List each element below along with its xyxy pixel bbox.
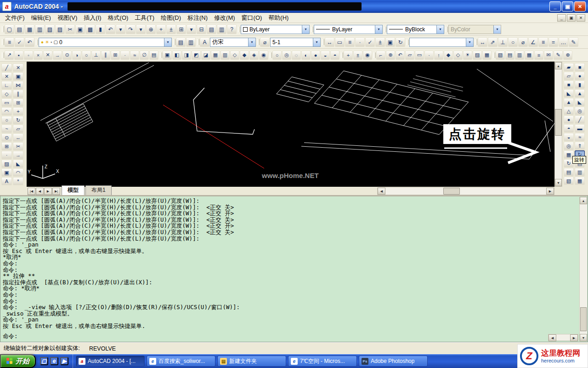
circle-button[interactable]: ○ <box>1 116 12 124</box>
ellipse-button[interactable]: ⊙ <box>1 133 12 142</box>
move-button[interactable]: + <box>13 107 23 115</box>
solid-2d-button[interactable]: ▰ <box>564 63 574 71</box>
chevron-down-icon[interactable]: ▼ <box>248 38 255 46</box>
dish-button[interactable]: ◒ <box>564 133 574 141</box>
offset-button[interactable]: ∥ <box>13 90 23 98</box>
task-new-folder[interactable]: ▤ 新建文件夹 <box>217 356 286 367</box>
scroll-right-button[interactable]: ▶ <box>546 188 554 195</box>
stretch-button[interactable]: ↔ <box>13 133 23 142</box>
top-view-button[interactable]: ◧ <box>172 51 181 60</box>
sphere-button[interactable]: ● <box>575 72 585 80</box>
close-button[interactable]: ✕ <box>574 1 586 12</box>
menu-modify[interactable]: 修改(M) <box>211 13 238 23</box>
mirror-button[interactable]: ⋈ <box>13 81 23 89</box>
explode-button[interactable]: * <box>13 177 23 185</box>
wedge-button[interactable]: ◣ <box>575 98 585 106</box>
tab-model[interactable]: 模型 <box>62 185 85 195</box>
regen-button[interactable]: ↻ <box>396 37 405 47</box>
mdi-close-button[interactable]: ✕ <box>577 14 585 22</box>
match-properties-button[interactable]: ▮ <box>96 24 105 34</box>
zoom-flyout-button[interactable]: ▾ <box>187 24 196 34</box>
sw-isometric-button[interactable]: ◇ <box>230 51 239 60</box>
tab-first-button[interactable]: |◀ <box>28 188 35 195</box>
task-baidu-search[interactable]: e 百度搜索_soliwor... <box>147 356 215 367</box>
minimize-button[interactable]: _ <box>549 1 561 12</box>
draworder-button[interactable]: ≡ <box>534 51 543 60</box>
publish-web-button[interactable]: ⊕ <box>563 51 572 60</box>
command-hscroll-track[interactable] <box>556 334 570 340</box>
text-style-button[interactable]: A <box>200 37 209 47</box>
xref-button[interactable]: ▥ <box>515 51 524 60</box>
hscrollbar-thumb[interactable] <box>443 188 460 195</box>
help-button[interactable]: ? <box>227 24 237 34</box>
tab-last-button[interactable]: ▶| <box>52 188 60 195</box>
paste-button[interactable]: ▩ <box>85 24 95 34</box>
chevron-down-icon[interactable]: ▼ <box>164 38 171 46</box>
construction-line-button[interactable]: ✕ <box>1 72 12 80</box>
command-scroll-down-button[interactable]: ▼ <box>580 334 587 341</box>
extrude-button[interactable]: ⇑ <box>575 142 585 150</box>
point-button[interactable]: · <box>1 151 12 159</box>
section-button[interactable]: ▬ <box>575 124 585 132</box>
menu-dimension[interactable]: 标注(N) <box>184 13 211 23</box>
task-qzone[interactable]: e 7℃空间 - Micros... <box>288 356 357 367</box>
setup-profile-button[interactable]: ▦ <box>575 177 585 185</box>
scale-button[interactable]: ▱ <box>13 125 23 133</box>
color-control-combo[interactable]: ByLayer ▼ <box>241 25 310 34</box>
materials-button[interactable]: ▨ <box>473 51 482 60</box>
snap-quadrant-button[interactable]: ◑ <box>72 51 81 60</box>
gouraud-shaded-edges-button[interactable]: ◓ <box>330 51 339 60</box>
chevron-down-icon[interactable]: ▼ <box>436 25 444 34</box>
menu-tools[interactable]: 工具(T) <box>131 13 158 23</box>
scroll-left-button[interactable]: ◀ <box>378 188 385 195</box>
open-button[interactable]: ▤ <box>15 24 24 34</box>
internet-explorer-button[interactable]: e <box>50 357 58 365</box>
snap-nearest-button[interactable]: ≈ <box>130 51 139 60</box>
snap-perpendicular-button[interactable]: ⊥ <box>91 51 101 60</box>
nw-isometric-button[interactable]: ◉ <box>259 51 268 60</box>
snap-extension-button[interactable]: → <box>53 51 62 60</box>
new-button[interactable]: ▢ <box>5 24 14 34</box>
array-button[interactable]: ⊞ <box>13 98 23 107</box>
zoom-window-button[interactable]: ⊞ <box>176 24 186 34</box>
designcenter-button[interactable]: ▥ <box>217 24 226 34</box>
erase-button[interactable]: ✕ <box>13 63 23 72</box>
media-player-button[interactable]: ▶ <box>60 357 68 365</box>
snap-center-button[interactable]: ⊙ <box>62 51 72 60</box>
menu-window[interactable]: 窗口(O) <box>238 13 266 23</box>
hatch-button[interactable]: ▨ <box>1 160 12 168</box>
cone-surface-button[interactable]: △ <box>564 107 574 115</box>
dim-style-combo[interactable]: 5-1 ▼ <box>270 38 321 47</box>
snap-tangent-button[interactable]: ○ <box>82 51 91 60</box>
text-style-combo[interactable]: 仿宋 ▼ <box>210 38 256 47</box>
right-view-button[interactable]: ◪ <box>201 51 210 60</box>
tab-layout1[interactable]: 布局1 <box>85 185 112 195</box>
ucs-previous-button[interactable]: ↶ <box>396 51 405 60</box>
mdi-minimize-button[interactable]: _ <box>557 14 566 22</box>
torus-button[interactable]: ◎ <box>575 107 585 115</box>
tabulated-surface-button[interactable]: ▤ <box>564 168 574 176</box>
ucs-z-axis-button[interactable]: ↑ <box>434 51 443 60</box>
quick-select-button[interactable]: ✓ <box>365 37 375 47</box>
menu-draw[interactable]: 绘图(D) <box>158 13 184 23</box>
make-object-layer-current-button[interactable]: ✓ <box>15 37 24 47</box>
cut-button[interactable]: ✂ <box>65 24 75 34</box>
horizontal-scrollbar[interactable]: ◀ ▶ <box>377 187 554 195</box>
show-desktop-button[interactable]: ▢ <box>40 357 48 365</box>
se-isometric-button[interactable]: ◆ <box>240 51 249 60</box>
snap-insert-button[interactable]: ⊞ <box>111 51 120 60</box>
wireframe-3d-button[interactable]: ◎ <box>282 51 291 60</box>
snap-apparent-intersection-button[interactable]: ✕ <box>43 51 52 60</box>
polyline-button[interactable]: ∟ <box>1 81 12 89</box>
list-button[interactable]: ≡ <box>345 37 355 47</box>
distance-button[interactable]: ↔ <box>325 37 334 47</box>
edge-surface-button[interactable]: ▧ <box>564 177 574 185</box>
multiline-text-button[interactable]: A <box>1 177 12 185</box>
dome-button[interactable]: ◓ <box>564 124 574 132</box>
unnamed-combo[interactable]: ▼ <box>409 38 474 47</box>
refedit-button[interactable]: ▧ <box>496 51 505 60</box>
chevron-down-icon[interactable]: ▼ <box>302 25 309 34</box>
command-window[interactable]: 指定下一点或 [圆弧(A)/闭合(C)/半宽(H)/长度(L)/放弃(U)/宽度… <box>0 195 588 342</box>
menu-view[interactable]: 视图(V) <box>54 13 80 23</box>
cylinder-button[interactable]: ▮ <box>575 80 585 89</box>
